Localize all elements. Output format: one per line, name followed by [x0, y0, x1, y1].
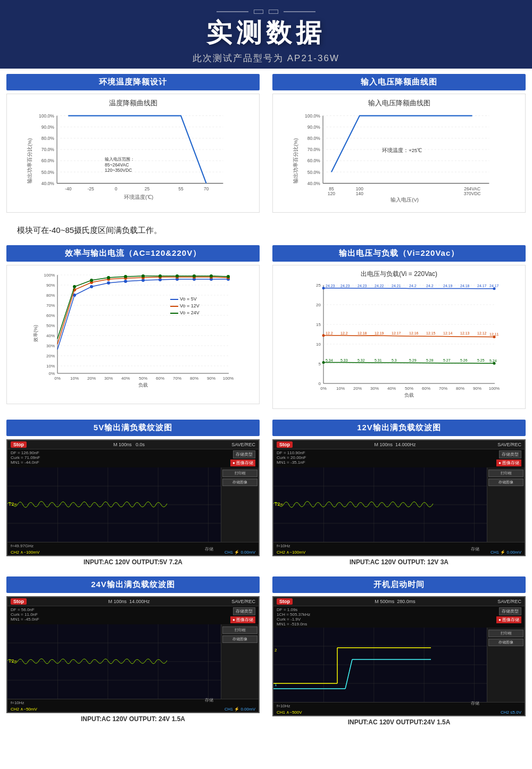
oscillo-saverec-24v: SAVE/REC	[231, 599, 255, 604]
svg-text:输出功率百分比(%): 输出功率百分比(%)	[27, 138, 32, 183]
ch1-label-12v: CH1 ⚡ 0.00mV	[491, 550, 521, 555]
svg-text:24.17: 24.17	[477, 284, 487, 288]
section-output-load: 输出电压与负载（Vi=220Vac） 出电压与负载(Vi = 220Vac)	[266, 240, 532, 414]
io-label-12v: INPUT:AC 120V OUTPUT: 12V 3A	[272, 558, 526, 566]
svg-text:负载: 负载	[138, 382, 148, 388]
oscillo-footer-5v: f=49.97GHz 存储	[7, 542, 259, 549]
svg-text:0%: 0%	[320, 386, 327, 391]
svg-text:100.0%: 100.0%	[39, 113, 54, 119]
svg-text:40%: 40%	[387, 386, 396, 391]
chart-title-output-load: 出电压与负载(Vi = 220Vac)	[277, 270, 521, 279]
oscillo-meas-startup: DF = 1.09s 1CH = 505.37kHz Curk = -1.9V …	[277, 607, 496, 626]
svg-text:0%: 0%	[48, 371, 55, 376]
oscillo-right-panel-5v: 打印框 存储图像	[221, 467, 259, 542]
deco-box-left	[254, 10, 263, 14]
chart-svg-voltage: 输出功率百分比(%) 100.0% 90.0% 80.0% 70.0%	[277, 110, 521, 206]
svg-text:90.0%: 90.0%	[307, 124, 320, 130]
svg-text:80.0%: 80.0%	[41, 136, 54, 141]
svg-point-107	[90, 279, 93, 282]
svg-rect-116	[170, 299, 178, 300]
section-header-ripple-5v: 5V输出满负载纹波图	[6, 420, 260, 436]
svg-text:效率(%): 效率(%)	[33, 325, 38, 342]
oscillo-5v: Stop M 100ns 0.0s SAVE/REC DF = 126.90nF…	[6, 439, 260, 556]
page-header: 实测数据 此次测试产品型号为 AP21-36W	[0, 0, 532, 69]
svg-text:-25: -25	[87, 186, 94, 191]
oscillo-time-startup: M 500ms 280.0ms	[375, 599, 415, 604]
svg-text:负载: 负载	[404, 392, 414, 398]
section-ripple-5v: 5V输出满负载纹波图 Stop M 100ns 0.0s SAVE/REC DF…	[0, 414, 266, 571]
svg-rect-120	[170, 313, 178, 314]
svg-point-147	[322, 287, 325, 289]
section-efficiency: 效率与输出电流（AC=120&220V） 效率(%)	[0, 240, 266, 414]
svg-text:120~350VDC: 120~350VDC	[105, 168, 132, 173]
svg-text:40%: 40%	[121, 376, 130, 381]
oscillo-right-panel-startup: 打印框 存储图像	[487, 628, 525, 702]
svg-text:140: 140	[356, 191, 363, 196]
section-header-ripple-24v: 24V输出满负载纹波图	[6, 576, 260, 593]
svg-text:0%: 0%	[54, 376, 61, 381]
svg-text:60%: 60%	[422, 386, 430, 391]
chart-svg-temp: 输出功率百分比(%) 100.0% 90.0% 80.0% 70.0%	[11, 110, 255, 206]
svg-text:70%: 70%	[46, 303, 55, 308]
svg-text:5.29: 5.29	[409, 358, 417, 362]
page-title: 实测数据	[0, 16, 532, 50]
oscillo-saverec-5v: SAVE/REC	[231, 442, 255, 447]
deco-box-center	[269, 10, 278, 14]
oscillo-stop-btn-12v[interactable]: Stop	[277, 441, 293, 448]
svg-text:30%: 30%	[46, 344, 55, 348]
section-row-3: 5V输出满负载纹波图 Stop M 100ns 0.0s SAVE/REC DF…	[0, 414, 532, 571]
oscillo-saverec-12v: SAVE/REC	[497, 442, 521, 447]
ch2-label-startup: CH2 ≤5.0V	[501, 710, 521, 715]
svg-text:85~264VAC: 85~264VAC	[105, 162, 129, 168]
svg-point-115	[227, 275, 230, 278]
oscillo-startup: Stop M 500ms 280.0ms SAVE/REC DF = 1.09s…	[272, 596, 526, 716]
oscillo-24v: Stop M 100ns 14.000Hz SAVE/REC DF = 56.0…	[6, 596, 260, 713]
svg-text:70%: 70%	[439, 386, 447, 391]
chart-voltage: 输入电压降额曲线图 输出功率百分比(%) 100.0% 90.0%	[272, 94, 526, 213]
svg-text:24.21: 24.21	[392, 284, 401, 288]
chart-title-temp: 温度降额曲线图	[11, 98, 255, 108]
section-header-temp: 环境温度降额设计	[6, 74, 260, 90]
svg-text:环境温度：+25℃: 环境温度：+25℃	[382, 147, 422, 153]
oscillo-panel-startup: 存储类型 ● 图像存储	[496, 607, 521, 626]
section-row-1: 环境温度降额设计 温度降额曲线图 输出功率百分比(%)	[0, 69, 532, 218]
svg-text:60.0%: 60.0%	[41, 158, 54, 163]
oscillo-time-5v: M 100ns 0.0s	[113, 442, 145, 447]
svg-text:5.26: 5.26	[460, 358, 468, 362]
svg-text:12.2: 12.2	[326, 331, 333, 335]
svg-point-106	[73, 285, 76, 288]
oscillo-ch-24v: CH2 ∧~50mV CH1 ⚡ 0.00mV	[7, 706, 259, 712]
section-row-4: 24V输出满负载纹波图 Stop M 100ns 14.000Hz SAVE/R…	[0, 571, 532, 731]
oscillo-ch-startup: CH1 ∧~500V CH2 ≤5.0V	[273, 709, 525, 715]
svg-text:40.0%: 40.0%	[41, 181, 54, 186]
svg-text:120: 120	[328, 191, 335, 196]
oscillo-12v: Stop M 100ns 14.000Hz SAVE/REC DF = 110.…	[272, 439, 526, 556]
svg-text:90%: 90%	[46, 283, 55, 288]
svg-point-88	[107, 281, 110, 285]
svg-text:24.2: 24.2	[426, 284, 434, 288]
svg-point-112	[176, 274, 179, 278]
svg-text:90%: 90%	[207, 376, 215, 381]
oscillo-footer-startup: f=10Hz 存储	[273, 702, 525, 709]
svg-text:12.12: 12.12	[477, 331, 487, 335]
oscillo-stop-btn[interactable]: Stop	[11, 441, 27, 448]
oscillo-right-panel-12v: 打印框 存储图像	[487, 467, 525, 542]
svg-text:24.17: 24.17	[489, 284, 499, 288]
chart-svg-efficiency: 效率(%) 100% 90% 8	[11, 270, 255, 397]
svg-text:20%: 20%	[353, 386, 362, 391]
svg-text:80.0%: 80.0%	[307, 136, 320, 141]
oscillo-stop-btn-startup[interactable]: Stop	[277, 598, 293, 605]
content-area: 环境温度降额设计 温度降额曲线图 输出功率百分比(%)	[0, 69, 532, 742]
section-header-voltage: 输入电压降额曲线图	[272, 74, 526, 90]
svg-text:5.28: 5.28	[426, 358, 434, 362]
chart-temp: 温度降额曲线图 输出功率百分比(%) 100.0% 90.	[6, 94, 260, 213]
ch2-label-5v: CH2 ∧~100mV	[11, 550, 39, 555]
svg-text:80%: 80%	[190, 376, 198, 381]
svg-point-113	[193, 274, 196, 278]
section-header-efficiency: 效率与输出电流（AC=120&220V）	[6, 245, 260, 262]
oscillo-panel-5v: 存储类型 ● 图像存储	[230, 450, 255, 466]
svg-text:5.24: 5.24	[489, 359, 497, 363]
oscillo-stop-btn-24v[interactable]: Stop	[11, 598, 27, 605]
svg-text:0: 0	[115, 186, 118, 191]
svg-text:20: 20	[316, 303, 321, 307]
